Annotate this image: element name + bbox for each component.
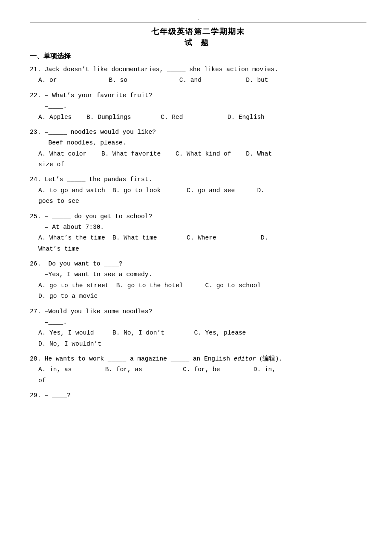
q25-text2: – At about 7:30.	[30, 222, 366, 233]
q21-options: A. or B. so C. and D. but	[30, 75, 366, 86]
q23-text: 23. –_____ noodles would you like?	[30, 127, 366, 138]
q23-text2: –Beef noodles, please.	[30, 138, 366, 148]
question-29: 29. – ____?	[30, 390, 366, 401]
top-line	[30, 23, 366, 23]
q26-text: 26. –Do you want to ____?	[30, 259, 366, 269]
q24-text: 24. Let’s _____ the pandas first.	[30, 174, 366, 185]
q26-text2: –Yes, I want to see a comedy.	[30, 269, 366, 280]
q29-text: 29. – ____?	[30, 390, 366, 401]
q27-text: 27. –Would you like some noodles?	[30, 306, 366, 317]
question-25: 25. – _____ do you get to school? – At a…	[30, 211, 366, 255]
q25-options: A. What’s the time B. What time C. Where…	[30, 233, 366, 243]
q26-options: A. go to the street B. go to the hotel C…	[30, 280, 366, 291]
title-sub: 试 题	[30, 38, 366, 48]
q22-options: A. Apples B. Dumplings C. Red D. English	[30, 112, 366, 123]
q28-options2: of	[30, 375, 366, 386]
q25-options2: What’s time	[30, 244, 366, 254]
question-23: 23. –_____ noodles would you like? –Beef…	[30, 127, 366, 170]
q28-italic: editor	[234, 355, 256, 362]
section1-label: 一、单项选择	[30, 52, 366, 61]
q22-text2: –____.	[30, 101, 366, 112]
q27-options: A. Yes, I would B. No, I don’t C. Yes, p…	[30, 328, 366, 338]
q28-options: A. in, as B. for, as C. for, be D. in,	[30, 364, 366, 375]
question-21: 21. Jack doesn’t like documentaries, ___…	[30, 64, 366, 86]
q23-options: A. What color B. What favorite C. What k…	[30, 149, 366, 159]
q26-options2: D. go to a movie	[30, 291, 366, 302]
q25-text: 25. – _____ do you get to school?	[30, 211, 366, 222]
q23-options2: size of	[30, 159, 366, 170]
question-26: 26. –Do you want to ____? –Yes, I want t…	[30, 259, 366, 302]
q27-text2: –____.	[30, 317, 366, 328]
question-22: 22. – What’s your favorite fruit? –____.…	[30, 90, 366, 123]
q21-text: 21. Jack doesn’t like documentaries, ___…	[30, 64, 366, 75]
question-27: 27. –Would you like some noodles? –____.…	[30, 306, 366, 350]
q27-options2: D. No, I wouldn’t	[30, 339, 366, 349]
title-main: 七年级英语第二学期期末	[30, 26, 366, 37]
q22-text: 22. – What’s your favorite fruit?	[30, 90, 366, 101]
question-28: 28. He wants to work _____ a magazine __…	[30, 354, 366, 386]
q24-options2: goes to see	[30, 196, 366, 207]
top-dot: ·	[30, 17, 366, 22]
title-area: 七年级英语第二学期期末 试 题	[30, 26, 366, 48]
question-24: 24. Let’s _____ the pandas first. A. to …	[30, 174, 366, 207]
q24-options: A. to go and watch B. go to look C. go a…	[30, 185, 366, 196]
q28-text: 28. He wants to work _____ a magazine __…	[30, 354, 366, 364]
